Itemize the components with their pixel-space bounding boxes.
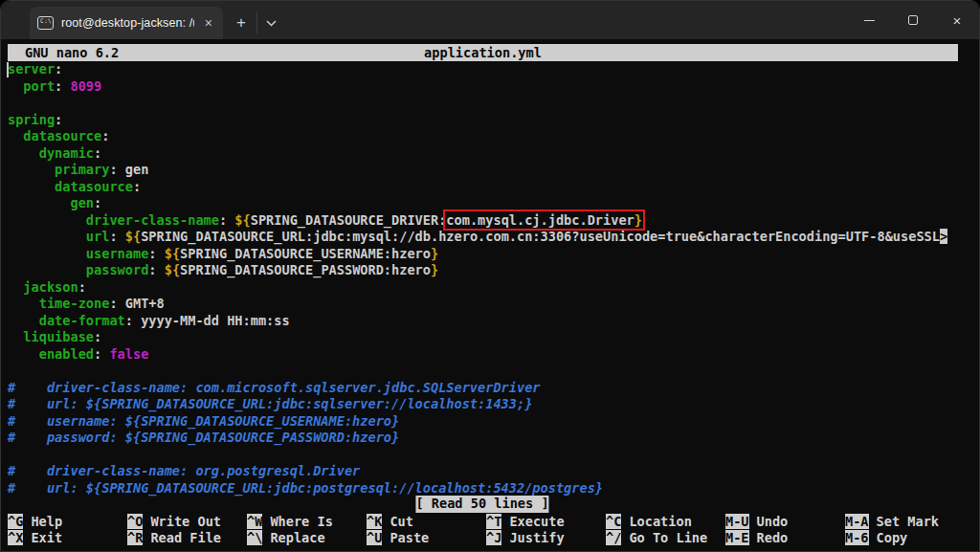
shortcut-label: Redo bbox=[757, 530, 789, 545]
code-token: : bbox=[55, 112, 62, 127]
code-line: url: ${SPRING_DATASOURCE_URL:jdbc:mysql:… bbox=[8, 229, 947, 244]
code-line: liquibase: bbox=[8, 329, 101, 344]
code-token: : bbox=[94, 346, 109, 362]
code-line: spring: bbox=[8, 112, 62, 127]
shortcut-copy: M-6Copy bbox=[845, 530, 965, 547]
code-token: : GMT+8 bbox=[109, 296, 164, 311]
minimize-button[interactable] bbox=[847, 1, 891, 39]
code-token: liquibase bbox=[8, 329, 94, 344]
code-token: : bbox=[101, 128, 109, 144]
code-token: : bbox=[55, 61, 62, 77]
nano-status-message: [ Read 50 lines ] bbox=[415, 496, 548, 513]
shortcut-label: Write Out bbox=[150, 514, 221, 529]
code-token: : bbox=[94, 195, 101, 210]
code-token: # driver-class-name: org.postgresql.Driv… bbox=[8, 463, 360, 478]
shortcut-write-out: ^OWrite Out bbox=[127, 514, 247, 531]
code-line: gen: bbox=[8, 195, 101, 210]
new-tab-button[interactable]: + bbox=[227, 7, 256, 39]
shortcut-where-is: ^WWhere Is bbox=[247, 514, 367, 531]
code-token: : bbox=[148, 262, 164, 277]
code-token: # username: ${SPRING_DATASOURCE_USERNAME… bbox=[8, 413, 399, 429]
close-button[interactable]: × bbox=[935, 1, 979, 39]
code-token: dynamic bbox=[8, 145, 94, 161]
shortcut-execute: ^TExecute bbox=[486, 514, 606, 531]
shortcut-key: M-A bbox=[845, 514, 869, 529]
code-token: # password: ${SPRING_DATASOURCE_PASSWORD… bbox=[8, 430, 399, 445]
code-line: datasource: bbox=[8, 128, 109, 144]
code-token: : yyyy-MM-dd HH:mm:ss bbox=[125, 313, 290, 328]
code-line: port: 8099 bbox=[8, 78, 101, 94]
code-line: dynamic: bbox=[8, 145, 101, 161]
shortcut-key: ^U bbox=[367, 530, 382, 545]
shortcut-label: Where Is bbox=[270, 514, 332, 529]
close-icon: × bbox=[953, 13, 962, 28]
code-token: : bbox=[148, 246, 164, 261]
code-line: date-format: yyyy-MM-dd HH:mm:ss bbox=[8, 313, 290, 328]
code-token: SPRING_DATASOURCE_URL:jdbc:mysql://db.hz… bbox=[141, 229, 940, 244]
code-line: driver-class-name: ${SPRING_DATASOURCE_D… bbox=[8, 212, 642, 228]
terminal-tab[interactable]: C:\ root@desktop-jacksen: /usr/lc × bbox=[30, 7, 223, 39]
code-token: : gen bbox=[109, 162, 148, 177]
shortcut-key: ^R bbox=[127, 530, 143, 545]
code-line: server: bbox=[8, 61, 62, 77]
shortcut-label: Location bbox=[629, 514, 691, 529]
code-token: : bbox=[109, 229, 124, 244]
code-token: # driver-class-name: com.microsoft.sqlse… bbox=[8, 380, 541, 395]
code-token: 8099 bbox=[70, 78, 101, 94]
code-line: jackson: bbox=[8, 279, 86, 295]
code-line: # driver-class-name: com.microsoft.sqlse… bbox=[8, 380, 541, 395]
shortcut-label: Help bbox=[31, 514, 62, 529]
code-token: false bbox=[109, 346, 148, 362]
shortcut-cut: ^KCut bbox=[367, 514, 486, 531]
code-token: ${ bbox=[165, 262, 180, 277]
shortcut-key: ^W bbox=[247, 514, 262, 529]
code-token: ${ bbox=[125, 229, 141, 244]
shortcut-key: M-E bbox=[725, 530, 749, 545]
shortcut-label: Exit bbox=[31, 530, 62, 545]
nano-filename: application.yml bbox=[8, 44, 958, 61]
code-line: username: ${SPRING_DATASOURCE_USERNAME:h… bbox=[8, 246, 438, 261]
code-token: : bbox=[78, 279, 86, 295]
code-token: SPRING_DATASOURCE_DRIVER: bbox=[251, 212, 447, 228]
shortcut-label: Paste bbox=[390, 530, 429, 545]
terminal-window: C:\ root@desktop-jacksen: /usr/lc × + × … bbox=[0, 0, 980, 552]
tab-title: root@desktop-jacksen: /usr/lc bbox=[61, 16, 194, 30]
code-token: port bbox=[8, 78, 55, 94]
code-token: ${ bbox=[165, 246, 180, 261]
nano-title-bar: GNU nano 6.2 application.yml bbox=[8, 44, 958, 61]
terminal-content[interactable]: GNU nano 6.2 application.yml server: por… bbox=[1, 39, 980, 552]
code-token: url bbox=[8, 229, 109, 244]
code-token: date-format bbox=[8, 313, 125, 328]
code-token: username bbox=[8, 246, 148, 261]
shortcut-key: ^\ bbox=[247, 530, 262, 545]
code-token: SPRING_DATASOURCE_USERNAME:hzero bbox=[180, 246, 431, 261]
shortcut-undo: M-UUndo bbox=[725, 514, 845, 531]
code-token: # url: ${SPRING_DATASOURCE_URL:jdbc:post… bbox=[8, 480, 603, 496]
nano-shortcut-bar: ^GHelp^OWrite Out^WWhere Is^KCut^TExecut… bbox=[8, 514, 965, 547]
shortcut-set-mark: M-ASet Mark bbox=[845, 514, 965, 531]
shortcut-label: Read File bbox=[150, 530, 221, 545]
shortcut-key: ^T bbox=[486, 514, 501, 529]
code-line: # url: ${SPRING_DATASOURCE_URL:jdbc:sqls… bbox=[8, 396, 532, 411]
code-token: driver-class-name bbox=[8, 212, 219, 228]
editor-area[interactable]: server: port: 8099 spring: datasource: d… bbox=[8, 61, 974, 497]
shortcut-location: ^CLocation bbox=[606, 514, 725, 531]
cmd-icon: C:\ bbox=[37, 16, 54, 30]
code-token: ${ bbox=[234, 212, 250, 228]
shortcut-label: Set Mark bbox=[877, 514, 939, 529]
code-token: } bbox=[431, 246, 438, 261]
code-token: spring bbox=[8, 112, 55, 127]
shortcut-label: Go To Line bbox=[629, 530, 707, 545]
shortcut-key: ^C bbox=[606, 514, 621, 529]
tab-dropdown-button[interactable] bbox=[257, 7, 284, 39]
code-token: time-zone bbox=[8, 296, 109, 311]
titlebar: C:\ root@desktop-jacksen: /usr/lc × + × bbox=[1, 1, 979, 39]
shortcut-key: ^G bbox=[8, 514, 23, 529]
maximize-button[interactable] bbox=[891, 1, 935, 39]
code-token: primary bbox=[8, 162, 109, 177]
shortcut-go-to-line: ^/Go To Line bbox=[606, 530, 725, 547]
code-token: : bbox=[94, 145, 101, 161]
code-line: enabled: false bbox=[8, 346, 148, 362]
tab-close-icon[interactable]: × bbox=[202, 16, 215, 30]
shortcut-justify: ^JJustify bbox=[486, 530, 606, 547]
